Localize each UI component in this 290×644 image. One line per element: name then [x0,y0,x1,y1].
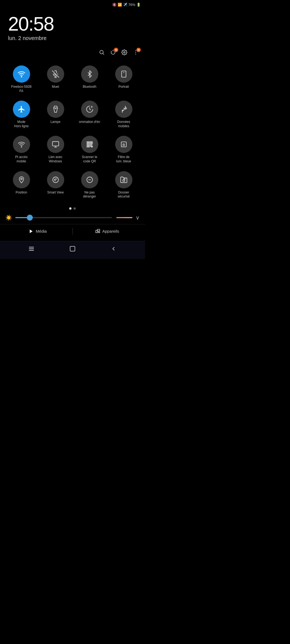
qs-hotspot[interactable]: Pt accèsmobile [4,132,38,167]
wifi-status-icon: 📶 [118,3,122,7]
airplane-icon-circle [13,101,30,118]
energy-label: ommation d'én [79,120,100,124]
secure-folder-label: Dossiersécurisé [118,191,130,199]
qs-link-windows[interactable]: Lien avecWindows [38,132,73,167]
svg-rect-21 [90,145,90,145]
airplane-status-icon: ✈️ [123,3,127,7]
date-display: lun. 2 novembre [8,35,137,41]
more-button[interactable]: N [133,49,139,57]
qs-portrait[interactable]: Portrait [107,62,141,97]
time-display: 20:58 [8,14,137,34]
portrait-label: Portrait [118,85,129,89]
qr-label: Scanner lecode QR [82,155,97,163]
svg-rect-16 [87,142,89,144]
qs-torch[interactable]: Lampe [38,97,73,132]
qs-bluetooth[interactable]: Bluetooth [73,62,107,97]
more-badge: N [136,48,141,52]
mute-icon-circle [47,65,64,83]
qs-mute[interactable]: Muet [38,62,73,97]
secure-folder-icon-circle [115,171,132,188]
nav-bar [0,241,145,259]
svg-point-4 [135,52,136,53]
qs-qr[interactable]: Scanner lecode QR [73,132,107,167]
qs-airplane[interactable]: ModeHors ligne [4,97,38,132]
qs-wifi[interactable]: Freebox-592BFA [4,62,38,97]
search-button[interactable] [99,49,105,57]
brightness-thumb[interactable] [27,215,33,221]
qs-dnd[interactable]: Ne pasdéranger [73,167,107,203]
devices-icon [95,229,100,234]
brightness-icon: ☀️ [5,214,12,221]
svg-rect-12 [52,142,59,146]
media-button[interactable]: Média [5,229,70,234]
power-button[interactable]: N [110,49,116,57]
svg-point-27 [21,178,22,180]
media-label: Média [36,229,47,233]
battery-text: 76% [128,3,135,7]
svg-rect-35 [98,232,100,233]
svg-text:B: B [122,143,125,147]
svg-point-0 [100,50,103,54]
dnd-icon-circle [81,171,98,188]
brightness-track[interactable] [15,217,112,218]
settings-button[interactable] [121,49,127,57]
svg-point-2 [124,52,125,53]
brightness-expand-button[interactable]: ∨ [136,214,140,221]
dot-2 [74,207,76,210]
devices-label: Appareils [102,229,119,233]
svg-line-1 [103,53,104,54]
wifi-label: Freebox-592BFA [11,85,31,93]
svg-rect-39 [70,246,75,251]
recent-apps-button[interactable] [28,246,35,254]
hotspot-icon-circle [13,136,30,153]
svg-rect-18 [90,142,92,144]
svg-rect-33 [96,230,97,233]
svg-point-11 [21,147,21,147]
hotspot-label: Pt accèsmobile [15,155,27,163]
dot-1 [69,207,71,210]
energy-icon-circle [81,101,98,118]
data-label: Donnéesmobiles [117,120,130,128]
qs-data[interactable]: Donnéesmobiles [107,97,141,132]
media-divider [73,228,73,235]
location-label: Position [16,191,27,195]
brightness-color-bar [116,217,132,218]
qs-location[interactable]: Position [4,167,38,203]
qs-blue-filter[interactable]: B Filtre delum. bleue [107,132,141,167]
svg-rect-24 [91,146,92,147]
mute-status-icon: 🔇 [112,3,117,7]
svg-rect-34 [97,229,100,231]
link-windows-label: Lien avecWindows [49,155,62,163]
svg-point-5 [135,54,136,54]
qr-icon-circle [81,136,98,153]
play-icon [29,229,34,234]
svg-rect-8 [121,71,126,77]
svg-marker-32 [30,229,33,233]
svg-point-6 [21,76,22,77]
bluetooth-label: Bluetooth [83,85,96,89]
airplane-label: ModeHors ligne [14,120,28,128]
quick-settings-grid: Freebox-592BFA Muet Bluetooth Po [0,60,145,205]
home-button[interactable] [69,246,76,254]
devices-button[interactable]: Appareils [75,229,140,234]
blue-filter-icon-circle: B [115,136,132,153]
brightness-row[interactable]: ☀️ ∨ [0,211,145,224]
location-icon-circle [13,171,30,188]
mute-label: Muet [52,85,59,89]
status-bar: 🔇 📶 ✈️ 76% 🔋 [0,0,145,8]
qs-energy[interactable]: ommation d'én [73,97,107,132]
torch-icon-circle [47,101,64,118]
qs-smartview[interactable]: Smart View [38,167,73,203]
blue-filter-label: Filtre delum. bleue [116,155,131,163]
media-row: Média Appareils [0,224,145,238]
back-button[interactable] [110,246,117,254]
qs-secure-folder[interactable]: Dossiersécurisé [107,167,141,203]
smartview-label: Smart View [47,191,64,195]
svg-rect-23 [90,146,90,147]
battery-icon: 🔋 [136,3,141,7]
smartview-icon-circle [47,171,64,188]
wifi-icon-circle [13,65,30,83]
portrait-icon-circle [115,65,132,83]
qs-header: N N [0,44,145,60]
torch-label: Lampe [50,120,60,124]
